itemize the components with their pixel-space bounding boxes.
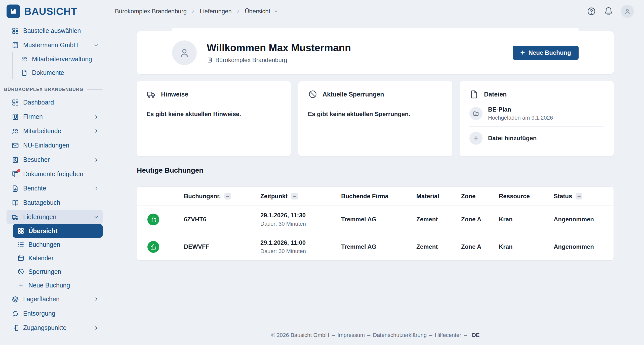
sidebar-item-nu-einladungen[interactable]: NU-Einladungen — [7, 138, 103, 153]
column-filter-icon[interactable]: − — [224, 193, 231, 200]
badge-icon — [12, 156, 19, 164]
booking-number: 6ZVHT6 — [176, 216, 253, 223]
sidebar-item-label: Firmen — [23, 113, 43, 120]
bookings-table: Buchungsnr. − Zeitpunkt − Buchende Firma… — [137, 186, 614, 261]
footer-copyright: © 2026 Bausicht GmbH — [271, 332, 329, 338]
sidebar-item-dokumente-freigeben[interactable]: Dokumente freigeben — [7, 167, 103, 181]
column-header-material: Material — [409, 193, 454, 200]
welcome-project: Bürokomplex Brandenburg — [215, 57, 287, 64]
sidebar-item-label: Mustermann GmbH — [23, 41, 78, 49]
breadcrumb-project[interactable]: Bürokomplex Brandenburg — [115, 8, 187, 15]
brand-name: BAUSICHT — [24, 6, 77, 17]
sidebar-item-firmen[interactable]: Firmen — [7, 110, 103, 124]
sidebar-item-uebersicht[interactable]: Übersicht — [13, 224, 103, 238]
chevron-down-icon[interactable] — [273, 9, 278, 14]
sidebar-item-label: Baustelle auswählen — [23, 27, 81, 34]
sidebar-item-dokumente[interactable]: Dokumente — [16, 66, 103, 79]
grid-icon — [17, 227, 24, 234]
company-submenu: Mitarbeiterverwaltung Dokumente — [12, 52, 103, 79]
file-name: BE-Plan — [488, 106, 553, 113]
sidebar-item-dashboard[interactable]: Dashboard — [7, 95, 103, 110]
sidebar-item-label: Dokumente freigeben — [23, 170, 83, 178]
sidebar-item-sperrungen[interactable]: Sperrungen — [13, 265, 103, 278]
truck-icon — [146, 89, 156, 99]
sidebar-item-label: Sperrungen — [28, 268, 61, 275]
sidebar-item-company[interactable]: Mustermann GmbH — [7, 38, 103, 52]
file-list-item[interactable]: BE-Plan Hochgeladen am 9.1.2026 — [469, 106, 604, 121]
sidebar-item-neue-buchung[interactable]: Neue Buchung — [13, 278, 103, 292]
building-icon — [207, 57, 213, 63]
booking-zone: Zone A — [454, 243, 491, 250]
sidebar-item-lagerflaechen[interactable]: Lagerflächen — [7, 292, 103, 306]
sidebar-item-lieferungen[interactable]: Lieferungen — [7, 210, 103, 224]
footer-link-hilfecenter[interactable]: Hilfecenter — [435, 332, 461, 338]
chevron-down-icon — [94, 214, 99, 220]
column-filter-icon[interactable]: − — [576, 193, 582, 200]
plus-icon: + — [520, 48, 525, 57]
breadcrumb-uebersicht[interactable]: Übersicht — [245, 8, 270, 15]
sidebar-item-besucher[interactable]: Besucher — [7, 153, 103, 167]
add-file-button[interactable]: + Datei hinzufügen — [469, 132, 604, 145]
ban-icon — [308, 89, 317, 99]
sidebar-item-buchungen[interactable]: Buchungen — [13, 238, 103, 251]
sidebar-item-mitarbeiterverwaltung[interactable]: Mitarbeiterverwaltung — [16, 52, 103, 66]
booking-status: Angenommen — [546, 243, 614, 250]
booking-resource: Kran — [491, 216, 546, 223]
new-booking-button[interactable]: + Neue Buchung — [513, 46, 579, 60]
footer-link-datenschutz[interactable]: Datenschutzerklärung — [373, 332, 427, 338]
sidebar-item-label: Neue Buchung — [28, 282, 70, 289]
footer-separator: – — [464, 332, 467, 338]
booking-row[interactable]: 6ZVHT6 29.1.2026, 11:30 Dauer: 30 Minute… — [137, 206, 614, 233]
breadcrumb-lieferungen[interactable]: Lieferungen — [200, 8, 232, 15]
layers-icon — [12, 295, 19, 303]
empty-state-text: Es gibt keine aktuellen Sperrungen. — [308, 111, 443, 118]
sidebar-item-kalender[interactable]: Kalender — [13, 251, 103, 265]
ban-icon — [17, 268, 24, 275]
chevron-right-icon — [94, 297, 99, 302]
summary-cards: Hinweise Es gibt keine aktuellen Hinweis… — [137, 81, 614, 156]
sidebar-item-zugangspunkte[interactable]: Zugangspunkte — [7, 321, 103, 335]
file-icon — [469, 89, 479, 99]
column-filter-icon[interactable]: − — [291, 193, 298, 200]
notifications-bell-icon[interactable] — [604, 7, 613, 16]
sidebar-item-label: Dokumente — [32, 69, 64, 76]
scrolled-card-edge — [172, 28, 579, 31]
language-switcher[interactable]: DE — [472, 332, 480, 338]
booking-material: Zement — [409, 216, 454, 223]
column-header-status: Status − — [546, 193, 614, 200]
main-content: Willkommen Max Mustermann Bürokomplex Br… — [106, 23, 644, 345]
footer-link-impressum[interactable]: Impressum — [337, 332, 365, 338]
sidebar-item-label: Berichte — [23, 185, 46, 192]
topbar: BAUSICHT Bürokomplex Brandenburg Lieferu… — [0, 0, 644, 23]
breadcrumb: Bürokomplex Brandenburg Lieferungen Über… — [115, 8, 278, 15]
sidebar-item-mitarbeitende[interactable]: Mitarbeitende — [7, 124, 103, 138]
welcome-title: Willkommen Max Mustermann — [207, 42, 351, 54]
sidebar-item-entsorgung[interactable]: Entsorgung — [7, 306, 103, 321]
empty-state-text: Es gibt keine aktuellen Hinweise. — [146, 111, 281, 118]
booking-row[interactable]: DEWVFF 29.1.2026, 11:00 Dauer: 30 Minute… — [137, 233, 614, 260]
sidebar-item-baustelle-auswaehlen[interactable]: Baustelle auswählen — [7, 24, 103, 38]
book-icon — [12, 199, 19, 207]
sidebar-item-label: Dashboard — [23, 99, 54, 106]
documents-share-icon — [12, 170, 19, 178]
chevron-right-icon — [236, 9, 241, 14]
help-icon[interactable] — [587, 7, 596, 16]
footer-separator: – — [429, 332, 432, 338]
sidebar-section-label: BÜROKOMPLEX BRANDENBURG — [4, 87, 83, 92]
booking-number: DEWVFF — [176, 243, 253, 250]
sidebar-item-label: Mitarbeitende — [23, 127, 61, 135]
booking-status: Angenommen — [546, 216, 614, 223]
footer-separator: – — [367, 332, 370, 338]
sidebar-item-berichte[interactable]: Berichte — [7, 181, 103, 195]
booking-company: Tremmel AG — [334, 216, 409, 223]
sidebar-item-bautagebuch[interactable]: Bautagebuch — [7, 195, 103, 210]
brand[interactable]: BAUSICHT — [7, 5, 77, 18]
booking-zone: Zone A — [454, 216, 491, 223]
column-header-zone: Zone — [454, 193, 491, 200]
mail-icon — [12, 142, 19, 149]
sidebar-item-label: Lieferungen — [23, 213, 56, 221]
dateien-card: Dateien BE-Plan Hochgeladen am 9.1.2026 … — [460, 81, 614, 156]
column-header-ressource: Ressource — [491, 193, 546, 200]
plus-circle-icon: + — [469, 132, 482, 145]
user-menu-avatar[interactable] — [621, 5, 634, 18]
